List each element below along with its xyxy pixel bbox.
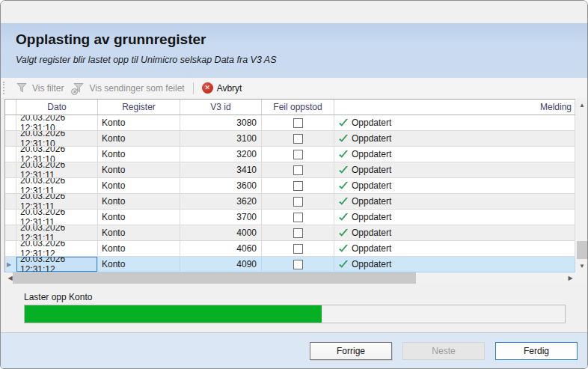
feil-checkbox[interactable] [293, 228, 303, 238]
cell-v3id[interactable]: 3600 [180, 178, 262, 194]
cell-dato[interactable]: 20.03.2026 12:31:10 [16, 115, 98, 131]
vis-filter-button[interactable]: Vis filter [11, 80, 68, 96]
cell-dato[interactable]: 20.03.2026 12:31:10 [16, 131, 98, 147]
horizontal-scrollbar-thumb[interactable] [13, 272, 416, 284]
cell-melding[interactable]: Oppdatert [334, 225, 575, 241]
row-selector-cell[interactable] [5, 147, 16, 162]
cell-feil-oppstod[interactable] [262, 210, 334, 225]
cell-v3id[interactable]: 3700 [180, 210, 262, 225]
table-row[interactable]: 20.03.2026 12:31:11Konto3620Oppdatert [5, 194, 575, 210]
vis-sendinger-som-feilet-button[interactable]: x Vis sendinger som feilet [68, 80, 189, 96]
row-selector-cell[interactable] [5, 162, 16, 178]
cell-dato[interactable]: 20.03.2026 12:31:11 [16, 210, 98, 225]
feil-checkbox[interactable] [293, 244, 303, 254]
cell-dato[interactable]: 20.03.2026 12:31:11 [16, 194, 98, 210]
feil-checkbox[interactable] [293, 213, 303, 222]
cell-feil-oppstod[interactable] [262, 241, 334, 257]
cell-melding[interactable]: Oppdatert [334, 210, 575, 225]
toolbar-grip-handle[interactable] [3, 82, 7, 94]
window-titlebar[interactable] [1, 1, 587, 23]
cell-dato[interactable]: 20.03.2026 12:31:12 [16, 241, 98, 257]
cell-v3id[interactable]: 4000 [180, 225, 262, 241]
row-selector-cell[interactable] [5, 194, 16, 210]
feil-checkbox[interactable] [293, 118, 303, 128]
cell-feil-oppstod[interactable] [262, 162, 334, 178]
table-row[interactable]: 20.03.2026 12:31:12Konto4060Oppdatert [5, 241, 575, 257]
vertical-scrollbar-thumb[interactable] [577, 241, 587, 259]
feil-checkbox[interactable] [293, 197, 303, 207]
scroll-down-icon[interactable]: ▼ [576, 260, 588, 272]
cell-melding[interactable]: Oppdatert [334, 194, 575, 210]
cell-melding[interactable]: Oppdatert [334, 241, 575, 257]
forrige-button[interactable]: Forrige [310, 342, 392, 360]
cell-register[interactable]: Konto [98, 178, 180, 194]
scroll-right-icon[interactable]: ▶ [565, 272, 576, 284]
cell-register[interactable]: Konto [98, 162, 180, 178]
cell-dato[interactable]: 20.03.2026 12:31:12 [16, 257, 98, 272]
column-header-dato[interactable]: Dato [16, 100, 98, 115]
table-row[interactable]: ▶20.03.2026 12:31:12Konto4090Oppdatert [5, 257, 575, 272]
feil-checkbox[interactable] [293, 260, 303, 269]
vertical-scrollbar[interactable]: ▲ ▼ [576, 100, 588, 272]
cell-v3id[interactable]: 4060 [180, 241, 262, 257]
feil-checkbox[interactable] [293, 165, 303, 175]
cell-feil-oppstod[interactable] [262, 131, 334, 147]
scroll-up-icon[interactable]: ▲ [576, 100, 588, 112]
row-selector-cell[interactable] [5, 178, 16, 194]
horizontal-scrollbar[interactable]: ◀ ▶ [4, 272, 576, 284]
cell-feil-oppstod[interactable] [262, 257, 334, 272]
cell-register[interactable]: Konto [98, 210, 180, 225]
cell-v3id[interactable]: 4090 [180, 257, 262, 272]
table-row[interactable]: 20.03.2026 12:31:11Konto3600Oppdatert [5, 178, 575, 194]
cell-register[interactable]: Konto [98, 131, 180, 147]
table-row[interactable]: 20.03.2026 12:31:11Konto4000Oppdatert [5, 225, 575, 241]
cell-dato[interactable]: 20.03.2026 12:31:11 [16, 225, 98, 241]
cell-melding[interactable]: Oppdatert [334, 131, 575, 147]
cell-feil-oppstod[interactable] [262, 178, 334, 194]
cell-dato[interactable]: 20.03.2026 12:31:10 [16, 147, 98, 162]
cell-feil-oppstod[interactable] [262, 147, 334, 162]
column-header-v3id[interactable]: V3 id [180, 100, 262, 115]
column-header-melding[interactable]: Melding [334, 100, 575, 115]
feil-checkbox[interactable] [293, 181, 303, 191]
feil-checkbox[interactable] [293, 150, 303, 159]
row-selector-cell[interactable] [5, 241, 16, 257]
table-row[interactable]: 20.03.2026 12:31:10Konto3200Oppdatert [5, 147, 575, 162]
cell-register[interactable]: Konto [98, 194, 180, 210]
cell-register[interactable]: Konto [98, 225, 180, 241]
cell-register[interactable]: Konto [98, 147, 180, 162]
cell-v3id[interactable]: 3410 [180, 162, 262, 178]
table-row[interactable]: 20.03.2026 12:31:10Konto3100Oppdatert [5, 131, 575, 147]
table-row[interactable]: 20.03.2026 12:31:11Konto3410Oppdatert [5, 162, 575, 178]
ferdig-button[interactable]: Ferdig [495, 342, 578, 360]
row-selector-cell[interactable] [5, 225, 16, 241]
column-header-feil-oppstod[interactable]: Feil oppstod [262, 100, 334, 115]
column-header-register[interactable]: Register [98, 100, 180, 115]
cell-dato[interactable]: 20.03.2026 12:31:11 [16, 162, 98, 178]
neste-button[interactable]: Neste [402, 342, 485, 360]
cell-melding[interactable]: Oppdatert [334, 147, 575, 162]
row-selector-cell[interactable] [5, 115, 16, 131]
cell-melding[interactable]: Oppdatert [334, 178, 575, 194]
cell-dato[interactable]: 20.03.2026 12:31:11 [16, 178, 98, 194]
row-selector-cell[interactable]: ▶ [5, 257, 16, 272]
cell-feil-oppstod[interactable] [262, 194, 334, 210]
cell-register[interactable]: Konto [98, 115, 180, 131]
cell-melding[interactable]: Oppdatert [334, 115, 575, 131]
cell-register[interactable]: Konto [98, 241, 180, 257]
table-row[interactable]: 20.03.2026 12:31:11Konto3700Oppdatert [5, 210, 575, 225]
row-selector-cell[interactable] [5, 210, 16, 225]
cell-register[interactable]: Konto [98, 257, 180, 272]
row-selector-cell[interactable] [5, 131, 16, 147]
table-row[interactable]: 20.03.2026 12:31:10Konto3080Oppdatert [5, 115, 575, 131]
feil-checkbox[interactable] [293, 134, 303, 144]
avbryt-button[interactable]: ✕ Avbryt [197, 80, 247, 96]
cell-melding[interactable]: Oppdatert [334, 257, 575, 272]
cell-melding[interactable]: Oppdatert [334, 162, 575, 178]
cell-v3id[interactable]: 3100 [180, 131, 262, 147]
cell-feil-oppstod[interactable] [262, 225, 334, 241]
cell-v3id[interactable]: 3620 [180, 194, 262, 210]
cell-v3id[interactable]: 3200 [180, 147, 262, 162]
cell-v3id[interactable]: 3080 [180, 115, 262, 131]
cell-feil-oppstod[interactable] [262, 115, 334, 131]
